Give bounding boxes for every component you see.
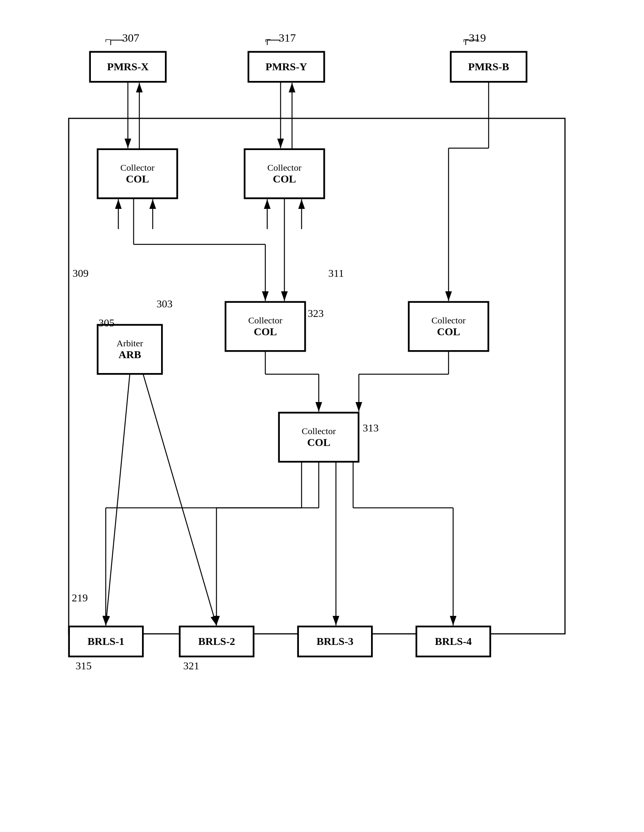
pmrs-x-label: PMRS-X bbox=[107, 61, 149, 73]
ref-323: 323 bbox=[308, 307, 324, 320]
ref-305: 305 bbox=[98, 317, 115, 329]
svg-line-38 bbox=[143, 374, 216, 625]
pmrs-y-box: PMRS-Y bbox=[248, 52, 324, 82]
bracket-317: ⌐ bbox=[265, 34, 271, 46]
pmrs-x-box: PMRS-X bbox=[90, 52, 166, 82]
col2-top-label: Collector bbox=[267, 163, 301, 173]
col1-bot-label: COL bbox=[126, 173, 149, 185]
col4-top-label: Collector bbox=[431, 315, 465, 326]
col5-bot-label: COL bbox=[307, 436, 331, 449]
ref-315: 315 bbox=[76, 660, 92, 672]
brls3-label: BRLS-3 bbox=[316, 635, 353, 648]
ref-219: 219 bbox=[72, 592, 88, 604]
arbiter-top-label: Arbiter bbox=[116, 338, 143, 349]
collector-col4-box: Collector COL bbox=[408, 302, 489, 351]
ref-321: 321 bbox=[183, 660, 199, 672]
col2-bot-label: COL bbox=[273, 173, 296, 185]
collector-col3-box: Collector COL bbox=[225, 302, 305, 351]
ref-317: 317 bbox=[279, 31, 296, 44]
pmrs-b-box: PMRS-B bbox=[450, 52, 527, 82]
ref-303: 303 bbox=[157, 298, 173, 310]
col3-top-label: Collector bbox=[248, 315, 282, 326]
brls1-box: BRLS-1 bbox=[69, 626, 143, 657]
col4-bot-label: COL bbox=[437, 326, 460, 338]
collector-col2-box: Collector COL bbox=[244, 149, 324, 199]
arbiter-bot-label: ARB bbox=[118, 349, 141, 361]
brls1-label: BRLS-1 bbox=[87, 635, 124, 648]
ref-313: 313 bbox=[363, 422, 379, 434]
bracket-307: ⌐ bbox=[105, 34, 111, 46]
brls2-label: BRLS-2 bbox=[198, 635, 235, 648]
brls4-label: BRLS-4 bbox=[435, 635, 471, 648]
ref-311: 311 bbox=[328, 267, 344, 279]
collector-col5-box: Collector COL bbox=[279, 412, 359, 462]
col5-top-label: Collector bbox=[302, 426, 336, 436]
diagram-container: PMRS-X PMRS-Y PMRS-B Collector COL Colle… bbox=[31, 23, 611, 809]
pmrs-b-label: PMRS-B bbox=[468, 61, 509, 73]
ref-309: 309 bbox=[73, 267, 89, 279]
bracket-319: ⌐ bbox=[463, 34, 469, 46]
ref-307: 307 bbox=[122, 31, 139, 44]
brls2-box: BRLS-2 bbox=[179, 626, 254, 657]
collector-col1-box: Collector COL bbox=[97, 149, 178, 199]
pmrs-y-label: PMRS-Y bbox=[266, 61, 307, 73]
svg-line-37 bbox=[106, 374, 130, 625]
col1-top-label: Collector bbox=[120, 163, 154, 173]
arbiter-box: Arbiter ARB bbox=[97, 325, 162, 374]
ref-319: 319 bbox=[469, 31, 486, 44]
brls3-box: BRLS-3 bbox=[298, 626, 372, 657]
col3-bot-label: COL bbox=[254, 326, 277, 338]
brls4-box: BRLS-4 bbox=[416, 626, 491, 657]
